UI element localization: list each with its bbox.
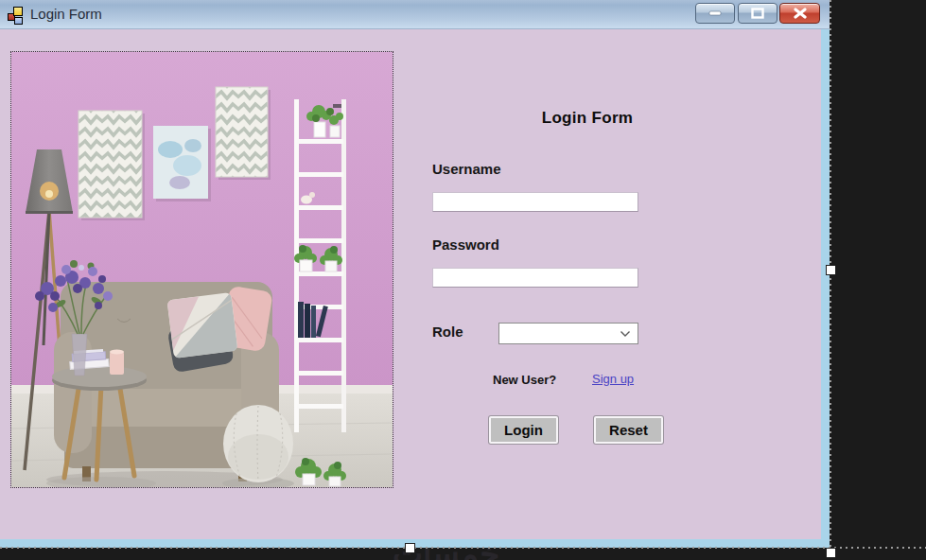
selection-line-horizontal <box>0 547 926 549</box>
username-input[interactable] <box>432 192 638 212</box>
signup-link[interactable]: Sign up <box>592 372 634 386</box>
chevron-down-icon <box>620 330 631 338</box>
minimize-button[interactable] <box>695 3 735 24</box>
designer-canvas: Login Form <box>0 0 926 560</box>
form-border-right <box>821 29 830 548</box>
minimize-icon <box>708 10 722 16</box>
form-heading: Login Form <box>430 109 744 128</box>
login-button[interactable]: Login <box>489 416 558 444</box>
close-button[interactable] <box>779 3 820 24</box>
maximize-icon <box>751 8 764 19</box>
reset-button[interactable]: Reset <box>594 416 663 444</box>
role-combobox[interactable] <box>498 323 638 344</box>
winforms-app-icon <box>8 6 26 24</box>
picturebox-room-image[interactable] <box>10 51 393 488</box>
username-label: Username <box>432 161 501 177</box>
window-title: Login Form <box>30 6 102 22</box>
form-surface: Login Form Username Password Role New Us… <box>0 29 821 539</box>
resize-handle-bottom[interactable] <box>405 543 415 553</box>
app-icon-yellow-square <box>13 7 23 16</box>
new-user-label: New User? <box>493 373 556 387</box>
role-label: Role <box>432 324 463 340</box>
titlebar[interactable]: Login Form <box>0 0 830 29</box>
password-label: Password <box>432 236 499 253</box>
selection-line-vertical <box>830 0 831 560</box>
living-room-illustration <box>11 52 393 487</box>
close-icon <box>793 8 808 19</box>
resize-handle-right[interactable] <box>826 265 836 275</box>
login-form-window: Login Form <box>0 0 830 548</box>
app-icon-blue-square <box>14 17 23 25</box>
resize-handle-corner[interactable] <box>826 548 836 558</box>
password-input[interactable] <box>432 268 638 288</box>
maximize-button[interactable] <box>738 3 777 24</box>
